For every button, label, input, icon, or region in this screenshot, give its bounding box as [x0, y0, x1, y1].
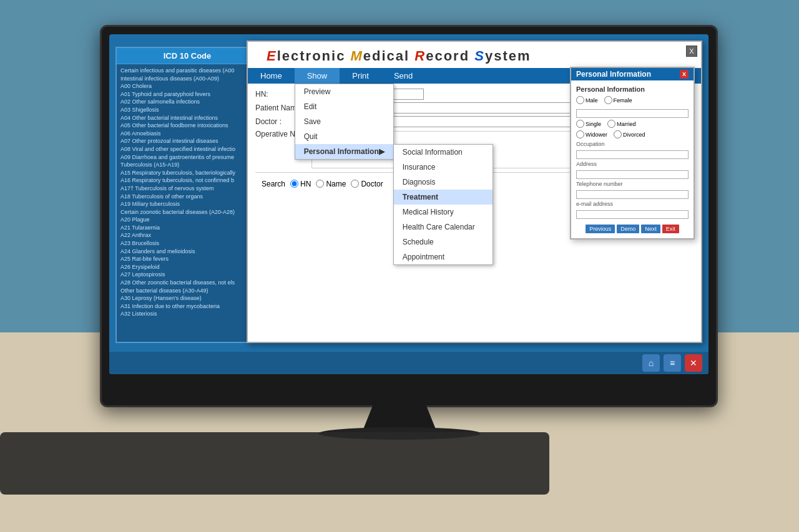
icd-item: A18 Tuberculosis of other organs: [120, 193, 254, 201]
gender-male[interactable]: Male: [576, 96, 598, 104]
personal-info-menu-item[interactable]: Personal Information ▶ Social Informatio…: [295, 144, 393, 159]
occupation-label: Occupation: [576, 141, 689, 147]
previous-button[interactable]: Previous: [586, 225, 615, 233]
marital-row-1: Single Married: [576, 120, 689, 128]
marital-single-label: Single: [586, 121, 601, 127]
pi-content: Personal Information Male Female: [571, 80, 694, 238]
personal-info-window: Personal Information X Personal Informat…: [570, 67, 695, 239]
emrs-title: Electronic Medical Record System: [267, 48, 531, 64]
emrs-close-button[interactable]: X: [686, 46, 697, 57]
marital-single[interactable]: Single: [576, 120, 601, 128]
radio-name-input[interactable]: [316, 180, 324, 188]
submenu-arrow: ▶: [379, 147, 385, 156]
email-label: e-mail address: [576, 201, 689, 207]
pi-buttons: Previous Demo Next Exit: [576, 225, 689, 233]
icd-item: A21 Tularaemia: [120, 224, 254, 232]
submenu-treatment[interactable]: Treatment: [394, 190, 493, 205]
email-input[interactable]: [576, 210, 689, 219]
title-ystem: ystem: [485, 48, 531, 64]
exit-button[interactable]: Exit: [662, 225, 679, 233]
radio-doctor-label: Doctor: [361, 180, 383, 188]
submenu-appointment[interactable]: Appointment: [394, 249, 493, 264]
gender-male-input[interactable]: [576, 96, 584, 104]
title-s: S: [474, 48, 485, 64]
marital-divorced-input[interactable]: [614, 130, 622, 138]
icd-item: A26 Erysipeloid: [120, 263, 254, 271]
icd-item: A00 Cholera: [120, 82, 254, 90]
icd-item: A22 Anthrax: [120, 231, 254, 239]
menu-show[interactable]: Show Preview Edit Save Quit Personal Inf…: [295, 68, 340, 84]
telephone-input[interactable]: [576, 190, 689, 199]
taskbar-doc-button[interactable]: ≡: [664, 354, 681, 372]
taskbar-close-button[interactable]: ✕: [685, 354, 702, 372]
icd-item: A27 Leptospirosis: [120, 271, 254, 279]
address-label: Address: [576, 161, 689, 167]
address-input[interactable]: [576, 170, 689, 179]
search-label: Search: [262, 180, 285, 188]
pi-titlebar: Personal Information X: [571, 68, 694, 80]
emrs-titlebar: Electronic Medical Record System X: [248, 42, 701, 68]
marital-widower-input[interactable]: [576, 130, 584, 138]
gender-row: Male Female: [576, 96, 689, 104]
submenu-medical-history[interactable]: Medical History: [394, 205, 493, 220]
pi-title: Personal Information: [576, 70, 651, 79]
icd-item: Other bacterial diseases (A30-A49): [120, 287, 254, 295]
personal-info-label: Personal Information: [304, 147, 379, 156]
menu-print[interactable]: Print: [340, 68, 381, 84]
submenu-diagnosis[interactable]: Diagnosis: [394, 175, 493, 190]
next-button[interactable]: Next: [641, 225, 660, 233]
dropdown-edit[interactable]: Edit: [295, 99, 393, 114]
icd-item: A04 Other bacterial intestinal infection…: [120, 114, 254, 122]
dropdown-save[interactable]: Save: [295, 114, 393, 129]
icd-item: A32 Listeriosis: [120, 310, 254, 318]
menu-home[interactable]: Home: [248, 68, 295, 84]
title-m: M: [351, 48, 363, 64]
taskbar-home-button[interactable]: ⌂: [642, 354, 660, 372]
marital-divorced[interactable]: Divorced: [614, 130, 645, 138]
marital-widower[interactable]: Widower: [576, 130, 607, 138]
marital-married-input[interactable]: [607, 120, 615, 128]
icd-item: A02 Other salmonella infections: [120, 98, 254, 106]
screen-taskbar: ⌂ ≡ ✕: [109, 352, 708, 374]
marital-single-input[interactable]: [576, 120, 584, 128]
gender-female[interactable]: Female: [604, 96, 632, 104]
gender-female-input[interactable]: [604, 96, 612, 104]
radio-hn-input[interactable]: [290, 180, 298, 188]
occupation-input[interactable]: [576, 150, 689, 159]
title-edical: edical: [363, 48, 414, 64]
radio-name[interactable]: Name: [316, 180, 346, 188]
icd-item: A08 Viral and other specified intestinal…: [120, 145, 254, 153]
icd-item: A16 Respiratory tuberculosis, not confir…: [120, 177, 254, 185]
marital-row-2: Widower Divorced: [576, 130, 689, 138]
icd-item: Intestinal infectious diseases (A00-A09): [120, 75, 254, 83]
keyboard: [0, 432, 549, 495]
icd-item: A17† Tuberculosis of nervous system: [120, 185, 254, 193]
radio-hn[interactable]: HN: [290, 180, 311, 188]
menu-send[interactable]: Send: [381, 68, 425, 84]
submenu-schedule[interactable]: Schedule: [394, 235, 493, 249]
title-e: E: [267, 48, 277, 64]
icd-title: ICD 10 Code: [117, 48, 258, 64]
submenu-social-information[interactable]: Social Information: [394, 145, 493, 160]
icd-item: Certain infectious and parasitic disease…: [120, 67, 254, 75]
pi-name-field[interactable]: [576, 109, 689, 118]
pi-close-button[interactable]: X: [680, 70, 689, 79]
icd-item: A07 Other protozoal intestinal diseases: [120, 137, 254, 145]
dropdown-preview[interactable]: Preview: [295, 84, 393, 99]
personal-info-menu-label[interactable]: Personal Information ▶: [295, 144, 393, 159]
title-r: R: [414, 48, 426, 64]
radio-doctor[interactable]: Doctor: [351, 180, 383, 188]
telephone-label: Telephone number: [576, 181, 689, 187]
radio-hn-label: HN: [300, 180, 311, 188]
gender-female-label: Female: [614, 97, 632, 104]
submenu-insurance[interactable]: Insurance: [394, 160, 493, 175]
radio-doctor-input[interactable]: [351, 180, 359, 188]
icd-item: A24 Glanders and melioidosis: [120, 248, 254, 256]
submenu-health-care-calendar[interactable]: Health Care Calendar: [394, 220, 493, 235]
icd-item: A31 Infection due to other mycobacteria: [120, 302, 254, 311]
icd-item: A01 Typhoid and paratyphoid fevers: [120, 90, 254, 99]
marital-married[interactable]: Married: [607, 120, 636, 128]
icd-item: A15 Respiratory tuberculosis, bacteriolo…: [120, 169, 254, 177]
demo-button[interactable]: Demo: [617, 225, 639, 233]
dropdown-quit[interactable]: Quit: [295, 129, 393, 144]
